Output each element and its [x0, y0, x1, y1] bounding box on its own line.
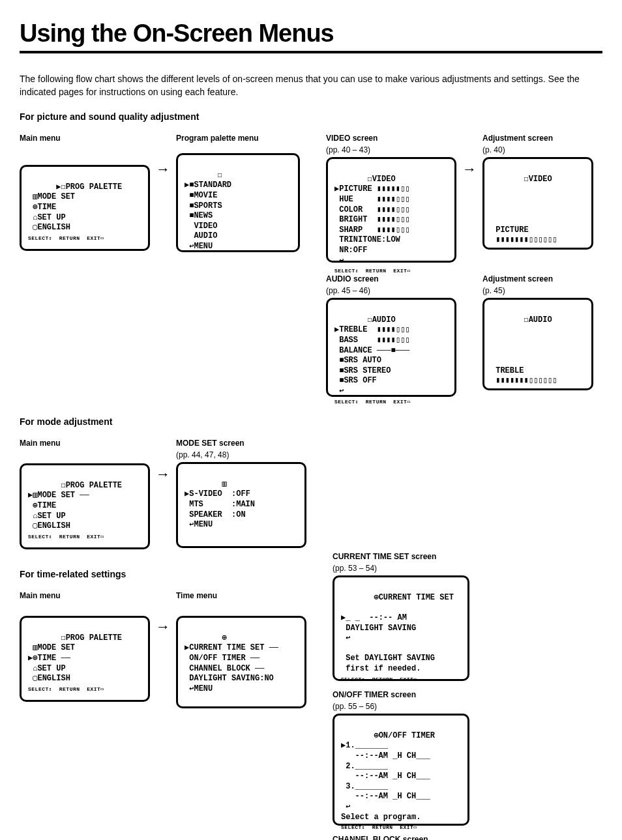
screen-adjust-video: ☐VIDEO PICTURE ▮▮▮▮▮▮▮▯▯▯▯▯▯ [482, 157, 593, 250]
onoff-body: ⊕ON/OFF TIMER ▶1._______ --:--AM _H CH__… [341, 731, 435, 822]
screen-main1-body: ▶☐PROG PALETTE ▥MODE SET ⊕TIME ⌂SET UP ▢… [28, 182, 122, 232]
page-title: Using the On-Screen Menus [20, 20, 602, 48]
label-main-menu-3: Main menu [20, 591, 150, 600]
screen-foot-oo: SELECT⇕ RETURN EXIT▭ [341, 824, 417, 830]
intro-text: The following flow chart shows the diffe… [20, 73, 602, 98]
video-pages: (pp. 40 – 43) [326, 145, 456, 154]
arrow-icon-3: → [150, 433, 176, 483]
label-time-menu: Time menu [176, 591, 306, 600]
arrow-icon-2: → [456, 128, 482, 178]
current-time-body: ⊕CURRENT TIME SET ▶_ _ --:-- AM DAYLIGHT… [341, 593, 454, 673]
label-main-menu: Main menu [20, 134, 150, 143]
screen-time-menu: ⊕ ▶CURRENT TIME SET ── ON/OFF TIMER ── C… [176, 616, 306, 708]
video-body: ☐VIDEO ▶PICTURE ▮▮▮▮▮▯▯ HUE ▮▮▮▮▯▯▯ COLO… [334, 175, 409, 265]
screen-adjust-audio: ☐AUDIO TREBLE ▮▮▮▮▮▮▮▯▯▯▯▯▯ [482, 298, 593, 390]
screen-mode-set: ▥ ▶S-VIDEO :OFF MTS :MAIN SPEAKER :ON ↩M… [176, 462, 306, 548]
main3-body: ☐PROG PALETTE ▥MODE SET ▶⊕TIME ── ⌂SET U… [28, 633, 122, 683]
adjust-p45: (p. 45) [482, 286, 593, 295]
adjust-video-body: ☐VIDEO PICTURE ▮▮▮▮▮▮▮▯▯▯▯▯▯ [491, 175, 557, 245]
section-picture-sound: For picture and sound quality adjustment [20, 111, 602, 122]
mode-set-body: ▥ ▶S-VIDEO :OFF MTS :MAIN SPEAKER :ON ↩M… [185, 480, 255, 529]
section-mode: For mode adjustment [20, 416, 602, 427]
screen-program-palette: ☐ ▶■STANDARD ■MOVIE ■SPORTS ■NEWS VIDEO … [176, 153, 300, 252]
screen-foot: SELECT⇕ RETURN EXIT▭ [28, 235, 104, 241]
screen-foot-ct: SELECT⇕ RETURN EXIT▭ [341, 676, 417, 682]
screen-foot-v: SELECT⇕ RETURN EXIT▭ [334, 268, 411, 274]
screen-video: ☐VIDEO ▶PICTURE ▮▮▮▮▮▯▯ HUE ▮▮▮▮▯▯▯ COLO… [326, 157, 456, 263]
label-adjust-2: Adjustment screen [482, 274, 593, 283]
label-audio-screen: AUDIO screen [326, 274, 456, 283]
program-palette-body: ☐ ▶■STANDARD ■MOVIE ■SPORTS ■NEWS VIDEO … [185, 171, 231, 251]
section-time: For time-related settings [20, 569, 602, 579]
screen-foot-m2: SELECT⇕ RETURN EXIT▭ [28, 534, 104, 540]
main2-body: ☐PROG PALETTE ▶▥MODE SET ── ⊕TIME ⌂SET U… [28, 481, 122, 530]
label-chblock: CHANNEL BLOCK screen [333, 835, 469, 840]
label-mode-set: MODE SET screen [176, 439, 306, 448]
arrow-icon: → [150, 128, 176, 178]
title-rule [20, 51, 602, 53]
screen-current-time: ⊕CURRENT TIME SET ▶_ _ --:-- AM DAYLIGHT… [333, 575, 469, 681]
screen-audio: ☐AUDIO ▶TREBLE ▮▮▮▮▯▯▯ BASS ▮▮▮▮▯▯▯ BALA… [326, 298, 456, 397]
adjust-audio-body: ☐AUDIO TREBLE ▮▮▮▮▮▮▮▯▯▯▯▯▯ [491, 315, 557, 386]
current-time-pages: (pp. 53 – 54) [333, 564, 469, 573]
screen-onoff: ⊕ON/OFF TIMER ▶1._______ --:--AM _H CH__… [333, 714, 469, 826]
audio-body: ☐AUDIO ▶TREBLE ▮▮▮▮▯▯▯ BASS ▮▮▮▮▯▯▯ BALA… [334, 315, 409, 396]
screen-main-2: ☐PROG PALETTE ▶▥MODE SET ── ⊕TIME ⌂SET U… [20, 463, 150, 549]
screen-foot-m3: SELECT⇕ RETURN EXIT▭ [28, 686, 104, 692]
onoff-pages: (pp. 55 – 56) [333, 702, 469, 711]
audio-pages: (pp. 45 – 46) [326, 286, 456, 295]
label-onoff: ON/OFF TIMER screen [333, 690, 469, 699]
label-adjust-1: Adjustment screen [482, 134, 593, 143]
label-program-palette: Program palette menu [176, 134, 300, 143]
time-menu-body: ⊕ ▶CURRENT TIME SET ── ON/OFF TIMER ── C… [185, 633, 278, 693]
label-current-time: CURRENT TIME SET screen [333, 552, 469, 561]
mode-set-pages: (pp. 44, 47, 48) [176, 450, 306, 459]
adjust-p40: (p. 40) [482, 145, 593, 154]
arrow-icon-4: → [150, 586, 176, 635]
screen-main-1: ▶☐PROG PALETTE ▥MODE SET ⊕TIME ⌂SET UP ▢… [20, 165, 150, 251]
screen-main-3: ☐PROG PALETTE ▥MODE SET ▶⊕TIME ── ⌂SET U… [20, 616, 150, 702]
screen-foot-a: SELECT⇕ RETURN EXIT▭ [334, 399, 411, 405]
label-main-menu-2: Main menu [20, 439, 150, 448]
label-video-screen: VIDEO screen [326, 134, 456, 143]
